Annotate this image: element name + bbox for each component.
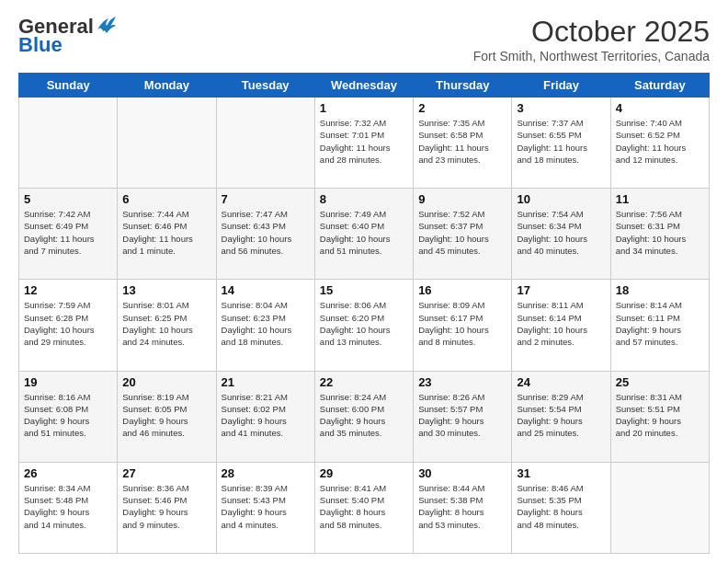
calendar-week-2: 5Sunrise: 7:42 AM Sunset: 6:49 PM Daylig… xyxy=(19,189,710,280)
page: General Blue October 2025 Fort Smith, No… xyxy=(0,0,728,563)
day-info: Sunrise: 8:16 AM Sunset: 6:08 PM Dayligh… xyxy=(24,391,112,440)
day-number: 7 xyxy=(222,192,310,206)
day-info: Sunrise: 8:06 AM Sunset: 6:20 PM Dayligh… xyxy=(320,299,408,348)
col-friday: Friday xyxy=(512,74,610,98)
day-info: Sunrise: 8:21 AM Sunset: 6:02 PM Dayligh… xyxy=(222,391,310,440)
day-info: Sunrise: 7:49 AM Sunset: 6:40 PM Dayligh… xyxy=(320,208,408,257)
day-info: Sunrise: 8:34 AM Sunset: 5:48 PM Dayligh… xyxy=(24,482,112,531)
day-info: Sunrise: 7:42 AM Sunset: 6:49 PM Dayligh… xyxy=(24,208,112,257)
day-info: Sunrise: 8:41 AM Sunset: 5:40 PM Dayligh… xyxy=(320,482,408,531)
day-number: 5 xyxy=(24,192,112,206)
table-row xyxy=(216,98,314,189)
day-number: 25 xyxy=(616,375,704,389)
day-info: Sunrise: 8:36 AM Sunset: 5:46 PM Dayligh… xyxy=(122,482,210,531)
day-number: 27 xyxy=(122,466,210,480)
calendar-week-1: 1Sunrise: 7:32 AM Sunset: 7:01 PM Daylig… xyxy=(19,98,710,189)
table-row: 13Sunrise: 8:01 AM Sunset: 6:25 PM Dayli… xyxy=(118,280,216,371)
table-row: 19Sunrise: 8:16 AM Sunset: 6:08 PM Dayli… xyxy=(19,371,118,462)
table-row: 6Sunrise: 7:44 AM Sunset: 6:46 PM Daylig… xyxy=(118,189,216,280)
day-info: Sunrise: 8:39 AM Sunset: 5:43 PM Dayligh… xyxy=(222,482,310,531)
table-row: 24Sunrise: 8:29 AM Sunset: 5:54 PM Dayli… xyxy=(512,371,610,462)
day-number: 3 xyxy=(517,101,605,115)
table-row: 23Sunrise: 8:26 AM Sunset: 5:57 PM Dayli… xyxy=(414,371,512,462)
table-row: 5Sunrise: 7:42 AM Sunset: 6:49 PM Daylig… xyxy=(19,189,118,280)
table-row: 20Sunrise: 8:19 AM Sunset: 6:05 PM Dayli… xyxy=(118,371,216,462)
table-row: 22Sunrise: 8:24 AM Sunset: 6:00 PM Dayli… xyxy=(314,371,413,462)
title-block: October 2025 Fort Smith, Northwest Terri… xyxy=(473,15,710,63)
day-number: 9 xyxy=(418,192,506,206)
logo-bird-icon xyxy=(96,17,116,33)
col-monday: Monday xyxy=(118,74,216,98)
location-title: Fort Smith, Northwest Territories, Canad… xyxy=(473,49,710,63)
day-info: Sunrise: 7:35 AM Sunset: 6:58 PM Dayligh… xyxy=(418,117,506,166)
table-row: 8Sunrise: 7:49 AM Sunset: 6:40 PM Daylig… xyxy=(314,189,413,280)
logo: General Blue xyxy=(18,15,116,57)
table-row: 28Sunrise: 8:39 AM Sunset: 5:43 PM Dayli… xyxy=(216,462,314,553)
day-info: Sunrise: 8:31 AM Sunset: 5:51 PM Dayligh… xyxy=(616,391,704,440)
day-info: Sunrise: 8:26 AM Sunset: 5:57 PM Dayligh… xyxy=(418,391,506,440)
table-row: 9Sunrise: 7:52 AM Sunset: 6:37 PM Daylig… xyxy=(414,189,512,280)
calendar-table: Sunday Monday Tuesday Wednesday Thursday… xyxy=(18,73,710,554)
calendar-week-3: 12Sunrise: 7:59 AM Sunset: 6:28 PM Dayli… xyxy=(19,280,710,371)
day-number: 16 xyxy=(418,283,506,297)
col-wednesday: Wednesday xyxy=(314,74,413,98)
table-row: 30Sunrise: 8:44 AM Sunset: 5:38 PM Dayli… xyxy=(414,462,512,553)
day-info: Sunrise: 8:04 AM Sunset: 6:23 PM Dayligh… xyxy=(222,299,310,348)
table-row xyxy=(19,98,118,189)
day-number: 6 xyxy=(122,192,210,206)
day-number: 4 xyxy=(616,101,704,115)
table-row: 21Sunrise: 8:21 AM Sunset: 6:02 PM Dayli… xyxy=(216,371,314,462)
table-row: 10Sunrise: 7:54 AM Sunset: 6:34 PM Dayli… xyxy=(512,189,610,280)
table-row: 1Sunrise: 7:32 AM Sunset: 7:01 PM Daylig… xyxy=(314,98,413,189)
day-info: Sunrise: 7:52 AM Sunset: 6:37 PM Dayligh… xyxy=(418,208,506,257)
day-number: 28 xyxy=(222,466,310,480)
day-info: Sunrise: 7:44 AM Sunset: 6:46 PM Dayligh… xyxy=(122,208,210,257)
day-number: 19 xyxy=(24,375,112,389)
table-row: 15Sunrise: 8:06 AM Sunset: 6:20 PM Dayli… xyxy=(314,280,413,371)
day-number: 20 xyxy=(122,375,210,389)
table-row: 18Sunrise: 8:14 AM Sunset: 6:11 PM Dayli… xyxy=(610,280,709,371)
table-row: 16Sunrise: 8:09 AM Sunset: 6:17 PM Dayli… xyxy=(414,280,512,371)
calendar-week-4: 19Sunrise: 8:16 AM Sunset: 6:08 PM Dayli… xyxy=(19,371,710,462)
table-row: 17Sunrise: 8:11 AM Sunset: 6:14 PM Dayli… xyxy=(512,280,610,371)
day-number: 18 xyxy=(616,283,704,297)
table-row: 4Sunrise: 7:40 AM Sunset: 6:52 PM Daylig… xyxy=(610,98,709,189)
table-row: 11Sunrise: 7:56 AM Sunset: 6:31 PM Dayli… xyxy=(610,189,709,280)
table-row: 31Sunrise: 8:46 AM Sunset: 5:35 PM Dayli… xyxy=(512,462,610,553)
day-number: 15 xyxy=(320,283,408,297)
day-info: Sunrise: 8:01 AM Sunset: 6:25 PM Dayligh… xyxy=(122,299,210,348)
table-row xyxy=(118,98,216,189)
day-number: 29 xyxy=(320,466,408,480)
day-info: Sunrise: 8:14 AM Sunset: 6:11 PM Dayligh… xyxy=(616,299,704,348)
day-info: Sunrise: 8:09 AM Sunset: 6:17 PM Dayligh… xyxy=(418,299,506,348)
day-number: 2 xyxy=(418,101,506,115)
day-info: Sunrise: 8:46 AM Sunset: 5:35 PM Dayligh… xyxy=(517,482,605,531)
day-info: Sunrise: 7:54 AM Sunset: 6:34 PM Dayligh… xyxy=(517,208,605,257)
day-number: 26 xyxy=(24,466,112,480)
header: General Blue October 2025 Fort Smith, No… xyxy=(18,15,710,63)
day-info: Sunrise: 8:29 AM Sunset: 5:54 PM Dayligh… xyxy=(517,391,605,440)
col-saturday: Saturday xyxy=(610,74,709,98)
day-number: 8 xyxy=(320,192,408,206)
month-title: October 2025 xyxy=(473,15,710,49)
day-number: 22 xyxy=(320,375,408,389)
day-number: 31 xyxy=(517,466,605,480)
day-info: Sunrise: 7:47 AM Sunset: 6:43 PM Dayligh… xyxy=(222,208,310,257)
table-row: 12Sunrise: 7:59 AM Sunset: 6:28 PM Dayli… xyxy=(19,280,118,371)
day-number: 17 xyxy=(517,283,605,297)
table-row: 29Sunrise: 8:41 AM Sunset: 5:40 PM Dayli… xyxy=(314,462,413,553)
day-number: 30 xyxy=(418,466,506,480)
logo-blue-text: Blue xyxy=(18,33,63,57)
table-row: 2Sunrise: 7:35 AM Sunset: 6:58 PM Daylig… xyxy=(414,98,512,189)
day-info: Sunrise: 7:40 AM Sunset: 6:52 PM Dayligh… xyxy=(616,117,704,166)
day-number: 11 xyxy=(616,192,704,206)
day-info: Sunrise: 7:37 AM Sunset: 6:55 PM Dayligh… xyxy=(517,117,605,166)
day-number: 12 xyxy=(24,283,112,297)
table-row: 3Sunrise: 7:37 AM Sunset: 6:55 PM Daylig… xyxy=(512,98,610,189)
day-info: Sunrise: 7:56 AM Sunset: 6:31 PM Dayligh… xyxy=(616,208,704,257)
day-number: 14 xyxy=(222,283,310,297)
day-info: Sunrise: 8:24 AM Sunset: 6:00 PM Dayligh… xyxy=(320,391,408,440)
day-info: Sunrise: 8:19 AM Sunset: 6:05 PM Dayligh… xyxy=(122,391,210,440)
table-row: 14Sunrise: 8:04 AM Sunset: 6:23 PM Dayli… xyxy=(216,280,314,371)
day-info: Sunrise: 8:44 AM Sunset: 5:38 PM Dayligh… xyxy=(418,482,506,531)
